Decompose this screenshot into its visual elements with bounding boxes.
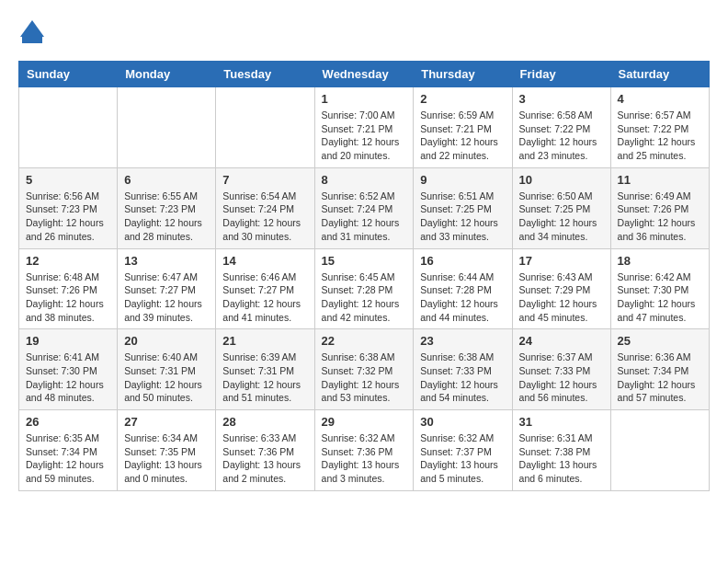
- calendar-cell: 27Sunrise: 6:34 AMSunset: 7:35 PMDayligh…: [118, 410, 216, 491]
- calendar-cell: 18Sunrise: 6:42 AMSunset: 7:30 PMDayligh…: [610, 248, 709, 329]
- day-number: 8: [322, 173, 407, 187]
- calendar-cell: [216, 87, 314, 168]
- calendar-cell: 21Sunrise: 6:39 AMSunset: 7:31 PMDayligh…: [216, 329, 314, 410]
- day-number: 31: [519, 415, 604, 429]
- column-header-tuesday: Tuesday: [216, 62, 314, 87]
- day-number: 12: [26, 254, 110, 268]
- day-info: Sunrise: 6:55 AMSunset: 7:23 PMDaylight:…: [124, 190, 209, 244]
- calendar-cell: 14Sunrise: 6:46 AMSunset: 7:27 PMDayligh…: [216, 248, 314, 329]
- day-number: 10: [519, 173, 604, 187]
- column-header-saturday: Saturday: [610, 62, 709, 87]
- calendar-cell: 31Sunrise: 6:31 AMSunset: 7:38 PMDayligh…: [512, 410, 610, 491]
- day-info: Sunrise: 6:56 AMSunset: 7:23 PMDaylight:…: [26, 190, 110, 244]
- day-number: 23: [420, 334, 505, 348]
- calendar-cell: 12Sunrise: 6:48 AMSunset: 7:26 PMDayligh…: [19, 248, 118, 329]
- day-number: 27: [124, 415, 209, 429]
- calendar-week-row: 1Sunrise: 7:00 AMSunset: 7:21 PMDaylight…: [19, 87, 710, 168]
- calendar-cell: [610, 410, 709, 491]
- day-info: Sunrise: 6:32 AMSunset: 7:36 PMDaylight:…: [322, 431, 407, 486]
- calendar-cell: 19Sunrise: 6:41 AMSunset: 7:30 PMDayligh…: [19, 329, 118, 410]
- day-info: Sunrise: 6:44 AMSunset: 7:28 PMDaylight:…: [420, 270, 505, 325]
- day-info: Sunrise: 6:57 AMSunset: 7:22 PMDaylight:…: [618, 109, 702, 163]
- calendar: SundayMondayTuesdayWednesdayThursdayFrid…: [18, 61, 710, 491]
- calendar-cell: 25Sunrise: 6:36 AMSunset: 7:34 PMDayligh…: [610, 329, 709, 410]
- calendar-cell: 6Sunrise: 6:55 AMSunset: 7:23 PMDaylight…: [118, 167, 216, 248]
- calendar-cell: 3Sunrise: 6:58 AMSunset: 7:22 PMDaylight…: [512, 87, 610, 168]
- calendar-cell: 11Sunrise: 6:49 AMSunset: 7:26 PMDayligh…: [610, 167, 709, 248]
- logo: [18, 18, 50, 46]
- calendar-cell: 22Sunrise: 6:38 AMSunset: 7:32 PMDayligh…: [314, 329, 414, 410]
- calendar-week-row: 5Sunrise: 6:56 AMSunset: 7:23 PMDaylight…: [19, 167, 710, 248]
- calendar-cell: 28Sunrise: 6:33 AMSunset: 7:36 PMDayligh…: [216, 410, 314, 491]
- day-number: 3: [519, 92, 604, 106]
- day-info: Sunrise: 6:32 AMSunset: 7:37 PMDaylight:…: [420, 431, 505, 486]
- column-header-monday: Monday: [118, 62, 216, 87]
- day-number: 28: [222, 415, 307, 429]
- day-number: 29: [322, 415, 407, 429]
- day-info: Sunrise: 6:51 AMSunset: 7:25 PMDaylight:…: [420, 190, 505, 244]
- calendar-cell: 4Sunrise: 6:57 AMSunset: 7:22 PMDaylight…: [610, 87, 709, 168]
- day-info: Sunrise: 6:37 AMSunset: 7:33 PMDaylight:…: [519, 350, 604, 405]
- day-number: 17: [519, 254, 604, 268]
- calendar-cell: 10Sunrise: 6:50 AMSunset: 7:25 PMDayligh…: [512, 167, 610, 248]
- calendar-cell: 2Sunrise: 6:59 AMSunset: 7:21 PMDaylight…: [414, 87, 512, 168]
- calendar-cell: 24Sunrise: 6:37 AMSunset: 7:33 PMDayligh…: [512, 329, 610, 410]
- logo-icon: [18, 18, 46, 46]
- calendar-cell: 15Sunrise: 6:45 AMSunset: 7:28 PMDayligh…: [314, 248, 414, 329]
- column-header-friday: Friday: [512, 62, 610, 87]
- day-number: 1: [322, 92, 407, 106]
- day-info: Sunrise: 6:52 AMSunset: 7:24 PMDaylight:…: [322, 190, 407, 244]
- day-number: 30: [420, 415, 505, 429]
- day-info: Sunrise: 6:39 AMSunset: 7:31 PMDaylight:…: [222, 350, 307, 405]
- day-number: 22: [322, 334, 407, 348]
- day-info: Sunrise: 6:48 AMSunset: 7:26 PMDaylight:…: [26, 270, 110, 325]
- calendar-week-row: 12Sunrise: 6:48 AMSunset: 7:26 PMDayligh…: [19, 248, 710, 329]
- day-info: Sunrise: 6:43 AMSunset: 7:29 PMDaylight:…: [519, 270, 604, 325]
- day-info: Sunrise: 6:46 AMSunset: 7:27 PMDaylight:…: [222, 270, 307, 325]
- day-number: 16: [420, 254, 505, 268]
- calendar-cell: 26Sunrise: 6:35 AMSunset: 7:34 PMDayligh…: [19, 410, 118, 491]
- calendar-cell: 20Sunrise: 6:40 AMSunset: 7:31 PMDayligh…: [118, 329, 216, 410]
- day-info: Sunrise: 6:34 AMSunset: 7:35 PMDaylight:…: [124, 431, 209, 486]
- day-number: 4: [618, 92, 702, 106]
- calendar-week-row: 26Sunrise: 6:35 AMSunset: 7:34 PMDayligh…: [19, 410, 710, 491]
- calendar-cell: 29Sunrise: 6:32 AMSunset: 7:36 PMDayligh…: [314, 410, 414, 491]
- calendar-cell: 8Sunrise: 6:52 AMSunset: 7:24 PMDaylight…: [314, 167, 414, 248]
- day-number: 7: [222, 173, 307, 187]
- day-info: Sunrise: 6:54 AMSunset: 7:24 PMDaylight:…: [222, 190, 307, 244]
- calendar-cell: 1Sunrise: 7:00 AMSunset: 7:21 PMDaylight…: [314, 87, 414, 168]
- day-number: 11: [618, 173, 702, 187]
- day-info: Sunrise: 6:38 AMSunset: 7:32 PMDaylight:…: [322, 350, 407, 405]
- calendar-cell: 17Sunrise: 6:43 AMSunset: 7:29 PMDayligh…: [512, 248, 610, 329]
- column-header-thursday: Thursday: [414, 62, 512, 87]
- day-number: 9: [420, 173, 505, 187]
- day-info: Sunrise: 6:49 AMSunset: 7:26 PMDaylight:…: [618, 190, 702, 244]
- day-info: Sunrise: 6:38 AMSunset: 7:33 PMDaylight:…: [420, 350, 505, 405]
- day-info: Sunrise: 6:40 AMSunset: 7:31 PMDaylight:…: [124, 350, 209, 405]
- svg-rect-1: [22, 37, 42, 43]
- page-header: [18, 18, 710, 46]
- day-info: Sunrise: 6:36 AMSunset: 7:34 PMDaylight:…: [618, 350, 702, 405]
- day-info: Sunrise: 6:58 AMSunset: 7:22 PMDaylight:…: [519, 109, 604, 163]
- day-info: Sunrise: 6:50 AMSunset: 7:25 PMDaylight:…: [519, 190, 604, 244]
- day-number: 26: [26, 415, 110, 429]
- day-info: Sunrise: 6:59 AMSunset: 7:21 PMDaylight:…: [420, 109, 505, 163]
- day-info: Sunrise: 6:33 AMSunset: 7:36 PMDaylight:…: [222, 431, 307, 486]
- day-number: 19: [26, 334, 110, 348]
- calendar-cell: [118, 87, 216, 168]
- day-info: Sunrise: 7:00 AMSunset: 7:21 PMDaylight:…: [322, 109, 407, 163]
- day-number: 2: [420, 92, 505, 106]
- calendar-cell: 13Sunrise: 6:47 AMSunset: 7:27 PMDayligh…: [118, 248, 216, 329]
- calendar-cell: 30Sunrise: 6:32 AMSunset: 7:37 PMDayligh…: [414, 410, 512, 491]
- day-number: 20: [124, 334, 209, 348]
- calendar-cell: 9Sunrise: 6:51 AMSunset: 7:25 PMDaylight…: [414, 167, 512, 248]
- column-header-wednesday: Wednesday: [314, 62, 414, 87]
- calendar-cell: 5Sunrise: 6:56 AMSunset: 7:23 PMDaylight…: [19, 167, 118, 248]
- day-number: 14: [222, 254, 307, 268]
- day-number: 21: [222, 334, 307, 348]
- day-number: 25: [618, 334, 702, 348]
- day-number: 18: [618, 254, 702, 268]
- calendar-cell: 23Sunrise: 6:38 AMSunset: 7:33 PMDayligh…: [414, 329, 512, 410]
- calendar-cell: 7Sunrise: 6:54 AMSunset: 7:24 PMDaylight…: [216, 167, 314, 248]
- day-info: Sunrise: 6:35 AMSunset: 7:34 PMDaylight:…: [26, 431, 110, 486]
